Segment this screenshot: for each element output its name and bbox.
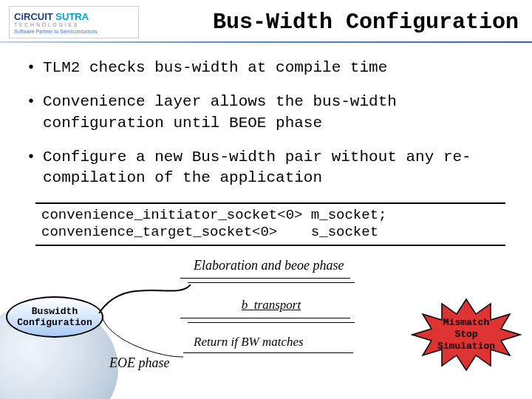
code-line: convenience_initiator_socket<0> m_socket… (41, 207, 386, 223)
bullet-item: Configure a new Bus-width pair without a… (27, 147, 511, 189)
divider-lines (194, 276, 349, 284)
slide-title: Bus-Width Configuration (139, 10, 523, 35)
starburst-text: MismatchStopSimulation (437, 317, 495, 353)
return-label: Return if BW matches (194, 335, 349, 349)
logo-subline: T E C H N O L O G I E S (14, 22, 138, 27)
timeline: Elaboration and beoe phase b_transport R… (194, 258, 349, 352)
header-rule (0, 41, 532, 43)
company-logo: CiRCUIT SUTRA T E C H N O L O G I E S So… (9, 6, 139, 38)
buswidth-oval: BuswidthConfiguration (6, 296, 103, 338)
eoe-phase-label: EOE phase (109, 355, 169, 371)
buswidth-label: BuswidthConfiguration (17, 306, 92, 329)
code-block: convenience_initiator_socket<0> m_socket… (35, 202, 505, 247)
bullet-item: TLM2 checks bus-width at compile time (27, 58, 511, 78)
logo-suffix: SUTRA (55, 11, 89, 22)
logo-mid: RCUIT (24, 11, 53, 22)
connector-curve (96, 280, 207, 361)
bottom-rule (183, 352, 353, 353)
logo-prefix: Ci (14, 11, 24, 22)
logo-tagline: Software Partner to Semiconductors (14, 29, 138, 34)
bullet-list: TLM2 checks bus-width at compile time Co… (0, 41, 532, 189)
elaboration-label: Elaboration and beoe phase (194, 258, 349, 274)
diagram-area: BuswidthConfiguration EOE phase Elaborat… (0, 258, 532, 399)
bullet-item: Convenience layer allows the bus-width c… (27, 92, 511, 134)
code-line: convenience_target_socket<0> s_socket (41, 224, 378, 240)
slide-header: CiRCUIT SUTRA T E C H N O L O G I E S So… (0, 0, 532, 41)
mismatch-starburst: MismatchStopSimulation (411, 298, 522, 372)
divider-lines (194, 316, 349, 324)
b-transport-label: b_transport (194, 298, 349, 313)
